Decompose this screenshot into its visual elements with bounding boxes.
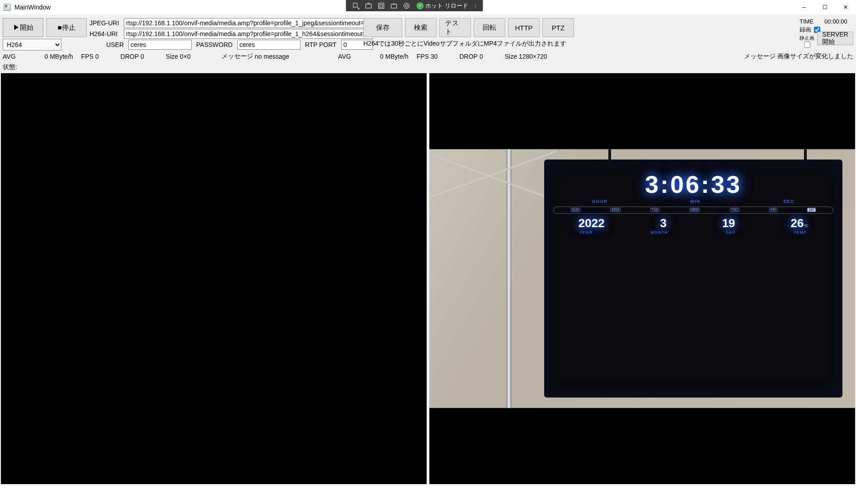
codec-select[interactable]: H264 [3, 39, 61, 51]
svg-rect-0 [353, 3, 357, 7]
minimize-button[interactable]: ─ [794, 0, 814, 14]
status-label: 状態: [3, 63, 17, 70]
svg-point-5 [405, 5, 408, 7]
vs-tool-icon[interactable] [387, 1, 400, 11]
drop-label-r: DROP [459, 53, 477, 60]
hot-reload-button[interactable]: ✓ ホット リロード [413, 2, 472, 10]
rtp-port-label: RTP PORT [305, 41, 337, 48]
vs-tool-icon[interactable] [400, 1, 413, 11]
fps-label-r: FPS [417, 53, 429, 60]
msg-value-r: 画像サイズが変化しました [777, 52, 853, 61]
status-row: 状態: [0, 62, 856, 72]
http-button[interactable]: HTTP [508, 18, 540, 37]
vs-debug-toolbar: ✓ ホット リロード ⟨ [346, 0, 483, 11]
app-icon [4, 4, 11, 11]
close-button[interactable]: ✕ [835, 0, 856, 14]
window-title: MainWindow [14, 4, 51, 11]
svg-rect-2 [378, 3, 384, 9]
clock-time: 3:06:33 [550, 170, 836, 198]
msg-label: メッセージ [221, 52, 253, 61]
jpeg-uri-input[interactable] [124, 18, 373, 28]
fps-value-r: 30 [431, 53, 438, 60]
size-label: Size [166, 53, 178, 60]
hot-reload-label: ホット リロード [425, 2, 468, 10]
svg-rect-1 [366, 4, 371, 8]
camera-frame: 3:06:33 HOUR MIN SEC SUN MON TUE WED THU… [429, 149, 855, 408]
search-button[interactable]: 検索 [405, 18, 437, 37]
server-start-button[interactable]: SERVER開始 [817, 32, 853, 45]
svg-point-6 [404, 3, 409, 9]
rotate-button[interactable]: 回転 [474, 18, 505, 37]
avg-value-r: 0 MByte/h [380, 53, 409, 60]
vs-tool-icon[interactable] [349, 1, 362, 11]
size-label-r: Size [505, 53, 517, 60]
svg-rect-3 [380, 5, 382, 7]
note-label: H264では30秒ごとにVideoサブフォルダにMP4ファイルが出力されます [363, 40, 794, 48]
h264-uri-label: H264-URI [89, 30, 124, 37]
drop-value-r: 0 [480, 53, 483, 60]
time-label: TIME [800, 18, 814, 25]
save-button[interactable]: 保存 [363, 18, 402, 37]
fps-value: 0 [95, 53, 99, 60]
still-label: 静止画 [800, 35, 814, 42]
msg-label-r: メッセージ [744, 52, 776, 61]
vs-tool-icon[interactable] [375, 1, 387, 11]
video-pane-left [1, 73, 427, 484]
password-input[interactable] [237, 40, 301, 50]
svg-rect-4 [391, 4, 396, 8]
video-pane-right: 3:06:33 HOUR MIN SEC SUN MON TUE WED THU… [429, 73, 855, 484]
password-label: PASSWORD [196, 41, 233, 48]
client-area: ▶開始 ■停止 H264 JPEG-URI H264-URI USER PASS… [0, 14, 856, 484]
rec-label: 録画 [800, 26, 811, 34]
test-button[interactable]: テスト [439, 18, 471, 37]
stop-button[interactable]: ■停止 [46, 18, 87, 37]
user-label: USER [106, 41, 124, 48]
drop-label: DROP [121, 53, 139, 60]
drop-value: 0 [141, 53, 144, 60]
size-value: 0×0 [180, 53, 191, 60]
msg-value: no message [255, 53, 289, 60]
check-icon: ✓ [416, 2, 423, 9]
user-input[interactable] [128, 40, 192, 50]
time-value: 00:00:00 [824, 18, 847, 25]
h264-uri-input[interactable] [124, 29, 373, 39]
stats-row: AVG 0 MByte/h FPS 0 DROP 0 Size 0×0 メッセー… [0, 51, 856, 62]
still-checkbox[interactable] [804, 42, 810, 48]
avg-label-r: AVG [338, 53, 351, 60]
fps-label: FPS [81, 53, 94, 60]
vs-tool-icon[interactable] [362, 1, 375, 11]
jpeg-uri-label: JPEG-URI [89, 19, 124, 27]
maximize-button[interactable]: ☐ [814, 0, 835, 14]
size-value-r: 1280×720 [519, 53, 547, 60]
ptz-button[interactable]: PTZ [542, 18, 574, 37]
avg-value: 0 MByte/h [45, 53, 73, 60]
avg-label: AVG [3, 53, 16, 60]
start-button[interactable]: ▶開始 [3, 18, 43, 37]
chevron-down-icon[interactable]: ⟨ [472, 3, 479, 8]
